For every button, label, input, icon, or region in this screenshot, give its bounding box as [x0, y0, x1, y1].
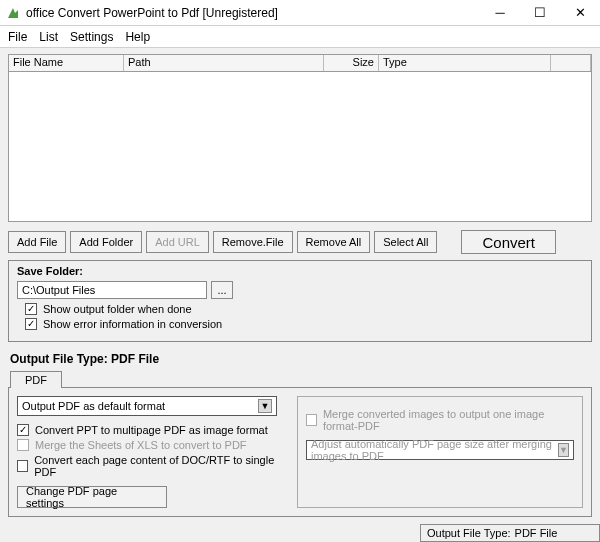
remove-file-button[interactable]: Remove.File — [213, 231, 293, 253]
add-folder-button[interactable]: Add Folder — [70, 231, 142, 253]
status-label: Output File Type: — [427, 527, 511, 539]
file-list[interactable] — [8, 72, 592, 222]
minimize-button[interactable]: ─ — [480, 1, 520, 25]
window-title: office Convert PowerPoint to Pdf [Unregi… — [26, 6, 480, 20]
show-error-checkbox[interactable]: ✓ — [25, 318, 37, 330]
col-path[interactable]: Path — [124, 55, 324, 71]
toolbar: Add File Add Folder Add URL Remove.File … — [8, 230, 592, 254]
output-format-dropdown[interactable]: Output PDF as default format ▼ — [17, 396, 277, 416]
col-type[interactable]: Type — [379, 55, 551, 71]
change-pdf-settings-button[interactable]: Change PDF page settings — [17, 486, 167, 508]
select-all-button[interactable]: Select All — [374, 231, 437, 253]
convert-ppt-checkbox[interactable]: ✓ — [17, 424, 29, 436]
show-error-label: Show error information in conversion — [43, 318, 222, 330]
output-section-title: Output File Type: PDF File — [10, 352, 592, 366]
menu-file[interactable]: File — [8, 30, 27, 44]
menu-list[interactable]: List — [39, 30, 58, 44]
save-folder-input[interactable] — [17, 281, 207, 299]
save-folder-title: Save Folder: — [17, 265, 583, 277]
col-end — [551, 55, 591, 71]
adjust-size-value: Adjust automatically PDF page size after… — [311, 438, 552, 462]
convert-doc-checkbox[interactable] — [17, 460, 28, 472]
save-folder-group: Save Folder: ... ✓ Show output folder wh… — [8, 260, 592, 342]
menu-help[interactable]: Help — [125, 30, 150, 44]
status-value: PDF File — [515, 527, 558, 539]
status-bar: Output File Type: PDF File — [420, 524, 600, 542]
convert-button[interactable]: Convert — [461, 230, 556, 254]
chevron-down-icon: ▼ — [258, 399, 272, 413]
add-file-button[interactable]: Add File — [8, 231, 66, 253]
tab-pdf[interactable]: PDF — [10, 371, 62, 388]
show-folder-checkbox[interactable]: ✓ — [25, 303, 37, 315]
merge-images-checkbox — [306, 414, 317, 426]
merge-images-label: Merge converted images to output one ima… — [323, 408, 574, 432]
close-button[interactable]: ✕ — [560, 1, 600, 25]
col-filename[interactable]: File Name — [9, 55, 124, 71]
menu-bar: File List Settings Help — [0, 26, 600, 48]
output-format-value: Output PDF as default format — [22, 400, 165, 412]
remove-all-button[interactable]: Remove All — [297, 231, 371, 253]
convert-doc-label: Convert each page content of DOC/RTF to … — [34, 454, 277, 478]
chevron-down-icon: ▼ — [558, 443, 569, 457]
app-icon — [6, 6, 20, 20]
merge-xls-label: Merge the Sheets of XLS to convert to PD… — [35, 439, 247, 451]
title-bar: office Convert PowerPoint to Pdf [Unregi… — [0, 0, 600, 26]
maximize-button[interactable]: ☐ — [520, 1, 560, 25]
file-list-header: File Name Path Size Type — [8, 54, 592, 72]
convert-ppt-label: Convert PPT to multipage PDF as image fo… — [35, 424, 268, 436]
adjust-size-dropdown: Adjust automatically PDF page size after… — [306, 440, 574, 460]
pdf-tab-panel: Output PDF as default format ▼ ✓ Convert… — [8, 387, 592, 517]
browse-button[interactable]: ... — [211, 281, 233, 299]
menu-settings[interactable]: Settings — [70, 30, 113, 44]
col-size[interactable]: Size — [324, 55, 379, 71]
merge-xls-checkbox — [17, 439, 29, 451]
add-url-button: Add URL — [146, 231, 209, 253]
show-folder-label: Show output folder when done — [43, 303, 192, 315]
